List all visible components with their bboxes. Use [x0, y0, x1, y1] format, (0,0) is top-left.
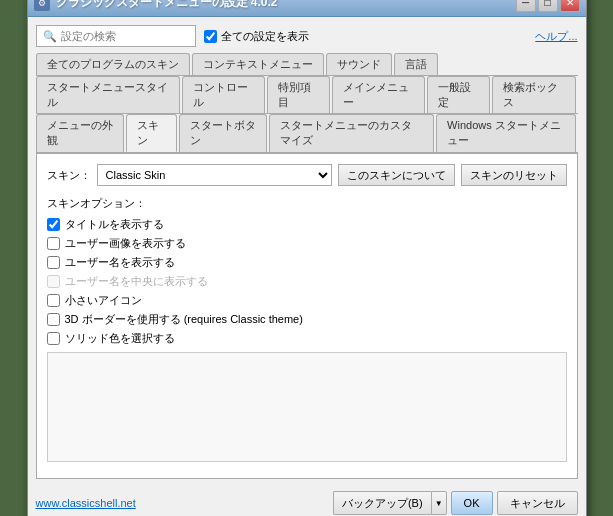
option-show-user-image-checkbox[interactable]	[47, 237, 60, 250]
option-show-username-label: ユーザー名を表示する	[65, 255, 175, 270]
tab-controls[interactable]: コントロール	[182, 76, 265, 113]
option-3d-border-label: 3D ボーダーを使用する (requires Classic theme)	[65, 312, 303, 327]
show-all-checkbox[interactable]	[204, 30, 217, 43]
show-all-label: 全ての設定を表示	[204, 29, 309, 44]
search-box[interactable]: 🔍	[36, 25, 196, 47]
tab-row-2: スタートメニュースタイル コントロール 特別項目 メインメニュー 一般設定 検索…	[36, 76, 578, 114]
skin-select-wrap: Classic Skin	[97, 164, 332, 186]
tab-main-menu[interactable]: メインメニュー	[332, 76, 425, 113]
option-solid-color-label: ソリッド色を選択する	[65, 331, 175, 346]
reset-skin-button[interactable]: スキンのリセット	[461, 164, 567, 186]
footer: www.classicshell.net バックアップ(B) ▼ OK キャンセ…	[36, 487, 578, 516]
search-row: 🔍 全ての設定を表示 ヘルプ...	[36, 25, 578, 47]
panel-inner: スキン： Classic Skin このスキンについて スキンのリセット スキン…	[37, 154, 577, 478]
option-show-username: ユーザー名を表示する	[47, 255, 567, 270]
backup-button[interactable]: バックアップ(B)	[333, 491, 431, 515]
show-all-text: 全ての設定を表示	[221, 29, 309, 44]
option-show-user-image: ユーザー画像を表示する	[47, 236, 567, 251]
tab-menu-appearance[interactable]: メニューの外観	[36, 114, 125, 152]
panel: スキン： Classic Skin このスキンについて スキンのリセット スキン…	[36, 153, 578, 479]
search-icon: 🔍	[43, 30, 57, 43]
backup-dropdown-arrow[interactable]: ▼	[431, 491, 447, 515]
window-content: 🔍 全ての設定を表示 ヘルプ... 全てのプログラムのスキン コンテキストメニュ…	[28, 17, 586, 516]
main-window: ⚙ クラシックスタートメニューの設定 4.0.2 ─ □ ✕ 🔍 全ての設定を表…	[27, 0, 587, 516]
app-icon-glyph: ⚙	[38, 0, 46, 8]
tab-windows-start-menu[interactable]: Windows スタートメニュー	[436, 114, 575, 152]
about-skin-button[interactable]: このスキンについて	[338, 164, 455, 186]
help-link[interactable]: ヘルプ...	[535, 29, 577, 44]
tab-start-menu-style[interactable]: スタートメニュースタイル	[36, 76, 180, 113]
tab-row-3: メニューの外観 スキン スタートボタン スタートメニューのカスタマイズ Wind…	[36, 114, 578, 153]
search-input[interactable]	[61, 30, 191, 42]
tab-language[interactable]: 言語	[394, 53, 438, 75]
option-show-username-checkbox[interactable]	[47, 256, 60, 269]
option-show-title-label: タイトルを表示する	[65, 217, 164, 232]
option-show-title-checkbox[interactable]	[47, 218, 60, 231]
maximize-button[interactable]: □	[538, 0, 558, 12]
option-show-title: タイトルを表示する	[47, 217, 567, 232]
tab-special-items[interactable]: 特別項目	[267, 76, 330, 113]
option-3d-border-checkbox[interactable]	[47, 313, 60, 326]
tab-general-settings[interactable]: 一般設定	[427, 76, 490, 113]
option-small-icons-label: 小さいアイコン	[65, 293, 142, 308]
option-show-user-image-label: ユーザー画像を表示する	[65, 236, 186, 251]
chevron-down-icon: ▼	[435, 499, 443, 508]
tab-start-button[interactable]: スタートボタン	[179, 114, 268, 152]
cancel-button[interactable]: キャンセル	[497, 491, 578, 515]
option-small-icons-checkbox[interactable]	[47, 294, 60, 307]
option-small-icons: 小さいアイコン	[47, 293, 567, 308]
preview-area	[47, 352, 567, 462]
skin-select[interactable]: Classic Skin	[97, 164, 332, 186]
tab-start-menu-customize[interactable]: スタートメニューのカスタマイズ	[269, 114, 434, 152]
footer-buttons: バックアップ(B) ▼ OK キャンセル	[333, 491, 578, 515]
tab-all-programs-skin[interactable]: 全てのプログラムのスキン	[36, 53, 190, 75]
backup-btn-wrap: バックアップ(B) ▼	[333, 491, 447, 515]
tab-row-1: 全てのプログラムのスキン コンテキストメニュー サウンド 言語	[36, 53, 578, 76]
skin-label: スキン：	[47, 168, 91, 183]
option-center-username-label: ユーザー名を中央に表示する	[65, 274, 208, 289]
ok-button[interactable]: OK	[451, 491, 493, 515]
option-solid-color: ソリッド色を選択する	[47, 331, 567, 346]
option-3d-border: 3D ボーダーを使用する (requires Classic theme)	[47, 312, 567, 327]
tab-sound[interactable]: サウンド	[326, 53, 392, 75]
app-icon: ⚙	[34, 0, 50, 11]
tab-context-menu[interactable]: コンテキストメニュー	[192, 53, 324, 75]
minimize-button[interactable]: ─	[516, 0, 536, 12]
skin-row: スキン： Classic Skin このスキンについて スキンのリセット	[47, 164, 567, 186]
close-button[interactable]: ✕	[560, 0, 580, 12]
option-center-username-checkbox[interactable]	[47, 275, 60, 288]
website-link[interactable]: www.classicshell.net	[36, 497, 136, 509]
option-center-username: ユーザー名を中央に表示する	[47, 274, 567, 289]
tab-search-box[interactable]: 検索ボックス	[492, 76, 575, 113]
window-title: クラシックスタートメニューの設定 4.0.2	[56, 0, 516, 11]
options-label: スキンオプション：	[47, 196, 567, 211]
window-controls: ─ □ ✕	[516, 0, 580, 12]
titlebar: ⚙ クラシックスタートメニューの設定 4.0.2 ─ □ ✕	[28, 0, 586, 17]
option-solid-color-checkbox[interactable]	[47, 332, 60, 345]
tab-skin[interactable]: スキン	[126, 114, 177, 152]
